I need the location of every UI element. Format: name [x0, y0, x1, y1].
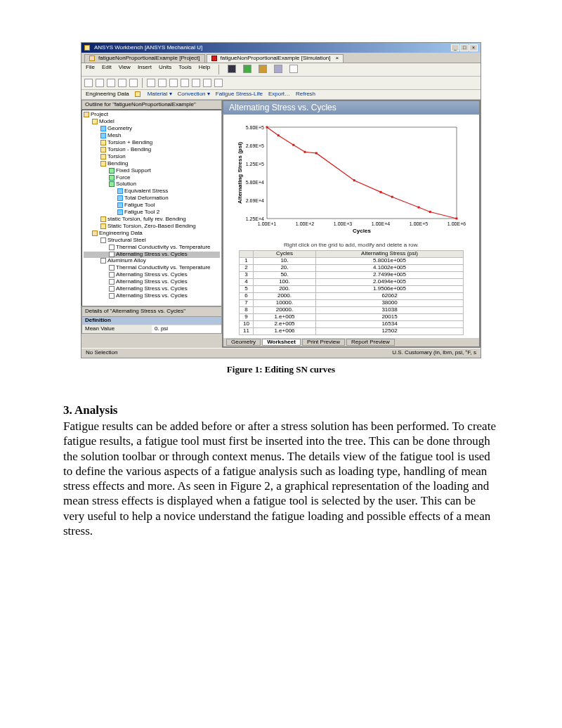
details-row[interactable]: Mean Value 0. psi	[82, 325, 221, 333]
table-cell[interactable]: 12502	[316, 327, 464, 334]
table-cell[interactable]: 1.e+006	[253, 327, 315, 334]
tree-node[interactable]: Engineering Data	[84, 230, 220, 238]
engineering-data-btn[interactable]: Engineering Data	[86, 91, 129, 98]
close-button[interactable]: ×	[469, 44, 478, 51]
tab-geometry[interactable]: Geometry	[226, 339, 261, 346]
tool-icon[interactable]	[169, 79, 178, 87]
tool-icon[interactable]	[107, 79, 115, 87]
menu-file[interactable]: File	[86, 65, 95, 74]
table-cell[interactable]: 62062	[316, 292, 464, 299]
close-icon[interactable]: ×	[336, 56, 339, 62]
table-row[interactable]: 5200.1.9506e+005	[239, 285, 463, 292]
tab-project[interactable]: fatigueNonProportionalExample [Project]	[84, 54, 205, 63]
tree-node[interactable]: Torsion	[84, 154, 220, 161]
menu-units[interactable]: Units	[159, 65, 171, 74]
tab-simulation[interactable]: fatigueNonProportionalExample [Simulatio…	[207, 54, 344, 63]
menu-edit[interactable]: Edit	[102, 65, 112, 74]
tree-node[interactable]: Geometry	[84, 126, 220, 133]
table-cell[interactable]: 3	[239, 271, 253, 278]
fatigue-stress-life-btn[interactable]: Fatigue Stress-Life	[216, 91, 263, 98]
table-cell[interactable]: 1	[239, 257, 253, 264]
menu-help[interactable]: Help	[199, 65, 210, 74]
details-value[interactable]: 0. psi	[152, 325, 221, 333]
table-cell[interactable]: 31038	[316, 306, 464, 313]
table-row[interactable]: 350.2.7499e+005	[239, 271, 463, 278]
tool-icon[interactable]	[192, 79, 200, 87]
table-cell[interactable]: 16534	[316, 320, 464, 327]
tool-icon-1[interactable]	[243, 65, 251, 73]
table-cell[interactable]: 200.	[253, 285, 315, 292]
tree-node[interactable]: Torsion - Bending	[84, 147, 220, 154]
table-row[interactable]: 62000.62062	[239, 292, 463, 299]
grid-header[interactable]	[239, 250, 253, 257]
tree-node[interactable]: Torsion + Bending	[84, 140, 220, 147]
material-dropdown[interactable]: Material ▾	[148, 91, 172, 98]
maximize-button[interactable]: □	[460, 44, 469, 51]
table-cell[interactable]: 4.1002e+005	[316, 264, 464, 271]
tool-icon[interactable]	[84, 79, 93, 87]
table-cell[interactable]: 6	[239, 292, 253, 299]
minimize-button[interactable]: _	[451, 44, 459, 51]
table-cell[interactable]: 20015	[316, 313, 464, 320]
table-cell[interactable]: 1.e+005	[253, 313, 315, 320]
tree-node[interactable]: Alternating Stress vs. Cycles	[84, 293, 220, 300]
tool-icon[interactable]	[147, 79, 155, 87]
tab-print-preview[interactable]: Print Preview	[302, 339, 345, 346]
table-cell[interactable]: 20.	[253, 264, 315, 271]
table-row[interactable]: 111.e+00612502	[239, 327, 463, 334]
save-icon[interactable]	[228, 65, 236, 73]
table-cell[interactable]: 8	[239, 306, 253, 313]
tool-icon[interactable]	[158, 79, 166, 87]
table-cell[interactable]: 4	[239, 278, 253, 285]
menu-view[interactable]: View	[119, 65, 131, 74]
table-row[interactable]: 110.5.8001e+005	[239, 257, 463, 264]
table-cell[interactable]: 20000.	[253, 306, 315, 313]
table-row[interactable]: 91.e+00520015	[239, 313, 463, 320]
tree-node[interactable]: Model	[84, 119, 220, 126]
table-row[interactable]: 102.e+00516534	[239, 320, 463, 327]
menu-tools[interactable]: Tools	[178, 65, 192, 74]
convection-dropdown[interactable]: Convection ▾	[178, 91, 210, 98]
table-cell[interactable]: 2000.	[253, 292, 315, 299]
outline-tree[interactable]: ProjectModelGeometryMeshTorsion + Bendin…	[81, 110, 222, 306]
table-cell[interactable]: 2.0494e+005	[316, 278, 464, 285]
table-row[interactable]: 820000.31038	[239, 306, 463, 313]
table-cell[interactable]: 11	[239, 327, 253, 334]
table-row[interactable]: 4100.2.0494e+005	[239, 278, 463, 285]
tool-icon[interactable]	[96, 79, 104, 87]
table-row[interactable]: 220.4.1002e+005	[239, 264, 463, 271]
table-cell[interactable]: 2	[239, 264, 253, 271]
export-btn[interactable]: Export…	[268, 91, 290, 98]
sn-data-grid[interactable]: CyclesAlternating Stress (psi)110.5.8001…	[239, 250, 464, 335]
table-cell[interactable]: 38000	[316, 299, 464, 306]
table-cell[interactable]: 1.9506e+005	[316, 285, 464, 292]
tab-worksheet[interactable]: Worksheet	[262, 339, 301, 346]
tool-icon-3[interactable]	[274, 65, 282, 73]
table-cell[interactable]: 5.8001e+005	[316, 257, 464, 264]
table-cell[interactable]: 10.	[253, 257, 315, 264]
tool-icon-2[interactable]	[259, 65, 267, 73]
table-cell[interactable]: 100.	[253, 278, 315, 285]
table-cell[interactable]: 7	[239, 299, 253, 306]
grid-header[interactable]: Alternating Stress (psi)	[316, 250, 464, 257]
tree-node[interactable]: Bending	[84, 161, 220, 168]
tool-icon[interactable]	[203, 79, 211, 87]
table-cell[interactable]: 5	[239, 285, 253, 292]
tool-icon[interactable]	[181, 79, 189, 87]
tree-node[interactable]: Alternating Stress vs. Cycles	[84, 252, 220, 259]
tool-icon[interactable]	[214, 79, 223, 87]
tool-icon[interactable]	[129, 79, 138, 87]
tool-icon-4[interactable]	[289, 65, 298, 73]
table-cell[interactable]: 10000.	[253, 299, 315, 306]
tool-icon[interactable]	[118, 79, 126, 87]
refresh-btn[interactable]: Refresh	[296, 91, 315, 98]
tree-node[interactable]: Force	[84, 175, 220, 182]
table-cell[interactable]: 2.e+005	[253, 320, 315, 327]
table-cell[interactable]: 10	[239, 320, 253, 327]
tree-node[interactable]: Fixed Support	[84, 168, 220, 175]
grid-header[interactable]: Cycles	[253, 250, 315, 257]
table-cell[interactable]: 50.	[253, 271, 315, 278]
menu-insert[interactable]: Insert	[138, 65, 152, 74]
tab-report-preview[interactable]: Report Preview	[346, 339, 395, 346]
table-cell[interactable]: 2.7499e+005	[316, 271, 464, 278]
